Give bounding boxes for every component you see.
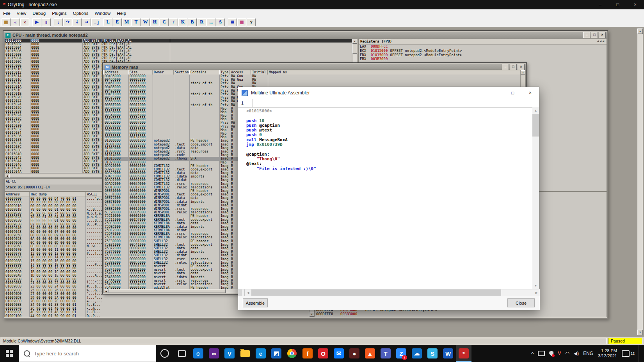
- scroll-right-icon[interactable]: ▶: [533, 289, 540, 296]
- view-cpu-button[interactable]: C: [160, 18, 169, 26]
- view-patches-button[interactable]: /: [169, 18, 178, 26]
- code-line[interactable]: push @text: [246, 128, 533, 133]
- tray-volume-icon[interactable]: ◀): [574, 351, 579, 356]
- step-over-button[interactable]: ↷: [63, 18, 72, 26]
- taskbar-word[interactable]: W: [440, 345, 456, 362]
- code-line[interactable]: push 0: [246, 133, 533, 137]
- register-row[interactable]: EBX003B3000: [359, 57, 607, 61]
- assembler-close-icon[interactable]: ×: [521, 87, 539, 99]
- taskbar-messenger[interactable]: ✉: [331, 345, 347, 362]
- tray-wifi-icon[interactable]: ◠: [565, 351, 569, 356]
- disasm-row[interactable]: 010150040000ADD BYTE PTR DS:[EAX],AL: [5, 46, 352, 50]
- memmap-header-access[interactable]: Access: [230, 70, 251, 75]
- code-line[interactable]: @caption:: [246, 152, 533, 157]
- scroll-left-icon[interactable]: ◀: [104, 289, 109, 293]
- code-line[interactable]: "Thong\0": [246, 157, 533, 161]
- taskbar-opera[interactable]: O: [315, 345, 331, 362]
- assembler-vscrollbar[interactable]: ▲ ▼: [532, 107, 539, 289]
- view-run-trace-button[interactable]: ...: [206, 18, 215, 26]
- code-line[interactable]: "File is infected :)\0": [246, 167, 533, 171]
- disasm-row[interactable]: 010150060000ADD BYTE PTR DS:[EAX],AL: [5, 50, 352, 53]
- register-row[interactable]: ECX01015000OFFSET notepad2.<ModuleEntryP…: [359, 49, 607, 53]
- code-line[interactable]: call MessageBoxA: [246, 138, 533, 142]
- scroll-up-icon[interactable]: ▲: [637, 28, 643, 34]
- taskbar-photos[interactable]: ◩: [269, 345, 284, 362]
- assemble-button[interactable]: Assemble: [243, 298, 268, 307]
- tray-language-label[interactable]: ENG: [583, 351, 593, 356]
- view-windows-button[interactable]: W: [141, 18, 150, 26]
- taskbar-file-explorer[interactable]: [237, 345, 253, 362]
- scroll-down-icon[interactable]: ▼: [310, 312, 314, 317]
- assembler-titlebar[interactable]: Multiline Ultimate Assembler – □ ×: [238, 87, 539, 99]
- taskbar-zoom[interactable]: Z1: [393, 345, 409, 362]
- assembler-hscrollbar[interactable]: ◀ ▶: [238, 289, 540, 296]
- tray-clock[interactable]: 1:28 PM 3/12/2021: [598, 348, 617, 358]
- memmap-header-type[interactable]: Type: [219, 70, 230, 75]
- search-input[interactable]: [33, 350, 144, 357]
- cortana-button[interactable]: [156, 345, 173, 362]
- view-handles-button[interactable]: H: [150, 18, 159, 26]
- tray-av-icon[interactable]: V: [558, 351, 561, 356]
- cpu-close-icon[interactable]: ×: [599, 32, 606, 38]
- disasm-row[interactable]: 010150080000ADD BYTE PTR DS:[EAX],AL: [5, 53, 352, 57]
- cpu-minimize-icon[interactable]: –: [583, 32, 590, 38]
- scroll-down-icon[interactable]: ▼: [532, 282, 539, 289]
- dump-header-hex[interactable]: Hex dump: [30, 192, 86, 197]
- close-icon[interactable]: ×: [626, 0, 644, 9]
- cpu-maximize-icon[interactable]: □: [591, 32, 598, 38]
- memmap-header-size[interactable]: Size: [128, 70, 153, 75]
- pause-button[interactable]: ‖: [42, 18, 51, 26]
- help-button[interactable]: ?: [247, 18, 256, 26]
- step-into-button[interactable]: ↓: [54, 18, 63, 26]
- taskbar-vscode[interactable]: V: [222, 345, 237, 362]
- taskbar-firefox[interactable]: f: [300, 345, 315, 362]
- menu-window[interactable]: Window: [92, 9, 114, 17]
- mdi-vscrollbar[interactable]: ▲ ▼: [637, 28, 643, 335]
- assembler-minimize-icon[interactable]: –: [486, 87, 504, 99]
- assembler-code-editor[interactable]: <01015000> push 10push @captionpush @tex…: [238, 107, 533, 289]
- execute-till-return-button[interactable]: →]: [91, 18, 100, 26]
- assembler-panel-toggle-icon[interactable]: [238, 289, 245, 296]
- tray-security-shield-icon[interactable]: [549, 351, 553, 356]
- registers-pane-arrows-icon[interactable]: ◀◀◀: [597, 39, 607, 44]
- disasm-row[interactable]: 0101500A0000ADD BYTE PTR DS:[EAX],AL: [5, 57, 352, 60]
- register-row[interactable]: EDX01015000OFFSET notepad2.<ModuleEntryP…: [359, 53, 607, 57]
- code-line[interactable]: push @caption: [246, 123, 533, 128]
- memmap-row[interactable]: 0046D00000002000PrivRW GuaRW: [104, 78, 521, 82]
- taskbar-teams[interactable]: T: [378, 345, 393, 362]
- memmap-header-owner[interactable]: Owner: [153, 70, 174, 75]
- taskbar-ollydbg[interactable]: *: [456, 345, 471, 362]
- scroll-up-icon[interactable]: ▲: [532, 107, 539, 114]
- scroll-up-icon[interactable]: ▲: [352, 39, 357, 44]
- scroll-thumb[interactable]: [251, 289, 501, 296]
- disasm-row[interactable]: 010150000000ADD BYTE PTR DS:[EAX],AL: [5, 39, 352, 43]
- run-button[interactable]: ▶: [32, 18, 41, 26]
- scroll-thumb[interactable]: [532, 114, 539, 137]
- tray-chevron-up-icon[interactable]: ^: [531, 351, 534, 357]
- menu-file[interactable]: File: [0, 9, 14, 17]
- taskbar-people[interactable]: ☺: [190, 345, 206, 362]
- memmap-header-address[interactable]: Address: [103, 70, 128, 75]
- cpu-window-titlebar[interactable]: C CPU - main thread, module notepad2 – □…: [4, 32, 607, 39]
- scroll-thumb[interactable]: [109, 289, 226, 293]
- registers-header[interactable]: Registers (FPU) ◀◀◀: [359, 39, 607, 44]
- minimize-icon[interactable]: –: [591, 0, 609, 9]
- scroll-down-icon[interactable]: ▼: [637, 330, 643, 335]
- watches-button[interactable]: ≣: [228, 18, 237, 26]
- scroll-thumb[interactable]: [352, 44, 357, 54]
- menu-help[interactable]: Help: [114, 9, 129, 17]
- action-center-icon[interactable]: [622, 350, 630, 357]
- taskbar-chrome[interactable]: [284, 345, 300, 362]
- view-call-stack-button[interactable]: K: [178, 18, 187, 26]
- code-line[interactable]: [246, 147, 533, 152]
- appearance-button[interactable]: ▦: [237, 18, 246, 26]
- animate-over-button[interactable]: ⇝: [82, 18, 91, 26]
- close-button[interactable]: Close: [507, 298, 535, 307]
- taskbar-obs[interactable]: ●: [347, 345, 362, 362]
- taskbar-edge[interactable]: e: [253, 345, 269, 362]
- assembler-maximize-icon[interactable]: □: [504, 87, 521, 99]
- animate-into-button[interactable]: ⇣: [73, 18, 82, 26]
- show-desktop-button[interactable]: [639, 345, 641, 362]
- assembler-tab-1[interactable]: 1: [238, 99, 253, 107]
- taskbar-skype[interactable]: S: [425, 345, 440, 362]
